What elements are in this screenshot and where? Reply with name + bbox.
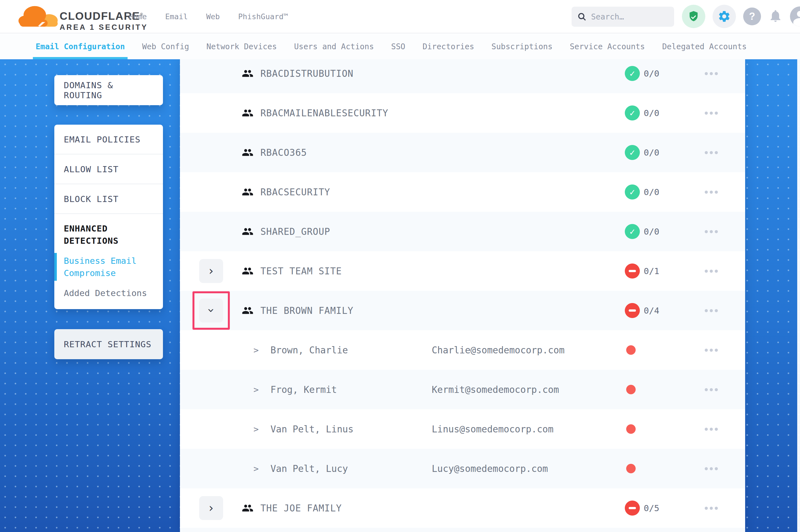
tab-sso[interactable]: SSO bbox=[391, 34, 405, 59]
shield-check-icon[interactable] bbox=[682, 5, 705, 28]
member-chevron-icon[interactable] bbox=[254, 424, 259, 434]
top-nav-item-phishguard[interactable]: PhishGuard™ bbox=[238, 12, 288, 21]
table-row: RBACO365 0/0 bbox=[180, 133, 745, 172]
sidebar-item-label: EMAIL POLICIES bbox=[64, 134, 140, 145]
sidebar-item-block-list[interactable]: BLOCK LIST bbox=[54, 184, 163, 214]
row-menu-button[interactable] bbox=[705, 463, 724, 474]
member-count: 0/0 bbox=[644, 69, 659, 78]
group-name[interactable]: TEST TEAM SITE bbox=[260, 266, 342, 277]
expand-toggle-button[interactable] bbox=[199, 259, 223, 283]
group-name[interactable]: RBACSECURITY bbox=[260, 187, 330, 197]
header-icons: ? bbox=[682, 0, 800, 33]
sidebar-item-label: ALLOW LIST bbox=[64, 164, 119, 174]
expand-toggle-button[interactable] bbox=[199, 496, 223, 520]
group-icon bbox=[241, 186, 254, 198]
scrollbar[interactable] bbox=[797, 59, 800, 532]
tab-users-and-actions[interactable]: Users and Actions bbox=[294, 34, 374, 59]
row-menu-button[interactable] bbox=[705, 502, 724, 514]
expand-toggle-button[interactable] bbox=[199, 299, 223, 322]
row-menu-button[interactable] bbox=[705, 108, 724, 118]
tab-network-devices[interactable]: Network Devices bbox=[206, 34, 277, 59]
tab-web-config[interactable]: Web Config bbox=[142, 34, 189, 59]
top-nav-item-web[interactable]: Web bbox=[206, 12, 220, 21]
member-chevron-icon[interactable] bbox=[254, 463, 259, 474]
member-name[interactable]: Van Pelt, Linus bbox=[271, 424, 353, 435]
row-menu-button[interactable] bbox=[705, 305, 724, 316]
member-status-dot bbox=[626, 385, 636, 394]
status-badge bbox=[625, 224, 640, 239]
member-chevron-icon[interactable] bbox=[254, 345, 259, 355]
group-name[interactable]: RBACDISTRUBUTION bbox=[260, 68, 353, 79]
top-nav-item-home[interactable]: Home bbox=[129, 12, 147, 21]
member-count: 0/1 bbox=[644, 266, 659, 276]
sidebar-item-allow-list[interactable]: ALLOW LIST bbox=[54, 154, 163, 184]
tab-delegated-accounts[interactable]: Delegated Accounts bbox=[662, 34, 746, 59]
chevron-icon bbox=[209, 265, 214, 277]
table-row-member: Van Pelt, Lucy Lucy@somedemocorp.com bbox=[180, 449, 745, 488]
help-icon[interactable]: ? bbox=[743, 7, 761, 25]
member-count: 0/5 bbox=[644, 503, 659, 513]
member-name[interactable]: Brown, Charlie bbox=[271, 345, 348, 356]
brand-name: CLOUDFLARE bbox=[60, 10, 140, 22]
table-row: TEST TEAM SITE 0/1 bbox=[180, 251, 745, 291]
sidebar-item-added-detections[interactable]: Added Detections bbox=[64, 287, 153, 299]
sidebar-item-label: BLOCK LIST bbox=[64, 194, 119, 204]
group-icon bbox=[241, 68, 254, 79]
group-name[interactable]: THE JOE FAMILY bbox=[260, 503, 342, 514]
table-row: SHARED_GROUP 0/0 bbox=[180, 212, 745, 251]
member-email: Lucy@somedemocorp.com bbox=[432, 463, 548, 474]
account-icon[interactable] bbox=[790, 6, 800, 26]
group-name[interactable]: THE BROWN FAMILY bbox=[260, 305, 353, 316]
row-menu-button[interactable] bbox=[705, 226, 724, 237]
groups-panel: RBACDISTRUBUTION 0/0 RBACMAILENABLESECUR… bbox=[180, 59, 745, 532]
tab-directories[interactable]: Directories bbox=[422, 34, 474, 59]
chevron-icon bbox=[205, 308, 217, 313]
group-icon bbox=[241, 305, 254, 316]
member-status-dot bbox=[626, 424, 636, 434]
status-badge bbox=[625, 66, 640, 81]
row-menu-button[interactable] bbox=[705, 423, 724, 435]
table-row: THE JOE FAMILY 0/5 bbox=[180, 488, 745, 528]
config-tabbar: Email ConfigurationWeb ConfigNetwork Dev… bbox=[0, 34, 800, 59]
group-name[interactable]: RBACMAILENABLESECURITY bbox=[260, 108, 388, 118]
bell-icon[interactable] bbox=[768, 8, 783, 24]
status-badge bbox=[625, 145, 640, 160]
member-email: Kermit@somedemocorp.com bbox=[432, 384, 559, 395]
row-menu-button[interactable] bbox=[705, 147, 724, 158]
status-badge bbox=[625, 185, 640, 200]
row-menu-button[interactable] bbox=[705, 186, 724, 197]
member-chevron-icon[interactable] bbox=[254, 384, 259, 395]
table-row: RBACSECURITY 0/0 bbox=[180, 172, 745, 212]
row-menu-button[interactable] bbox=[705, 68, 724, 79]
row-menu-button[interactable] bbox=[705, 344, 724, 356]
sidebar-email-card: EMAIL POLICIES ALLOW LIST BLOCK LIST ENH… bbox=[54, 125, 163, 309]
sidebar-item-domains-routing[interactable]: DOMAINS & ROUTING bbox=[54, 75, 163, 105]
sidebar-item-email-policies[interactable]: EMAIL POLICIES bbox=[54, 125, 163, 154]
sidebar-item-retract-settings[interactable]: RETRACT SETTINGS bbox=[54, 329, 163, 359]
row-menu-button[interactable] bbox=[705, 384, 724, 395]
member-name[interactable]: Frog, Kermit bbox=[271, 384, 337, 395]
top-nav-item-email[interactable]: Email bbox=[165, 12, 188, 21]
sidebar-item-business-email-compromise[interactable]: Business Email Compromise bbox=[64, 254, 153, 279]
group-name[interactable]: RBACO365 bbox=[260, 147, 307, 158]
tab-subscriptions[interactable]: Subscriptions bbox=[491, 34, 552, 59]
enhanced-detections-section: ENHANCED DETECTIONS Business Email Compr… bbox=[54, 214, 163, 299]
top-nav: HomeEmailWebPhishGuard™ bbox=[129, 0, 288, 33]
search-icon bbox=[577, 12, 587, 21]
table-row-member: Van Pelt, Linus Linus@somedemocorp.com bbox=[180, 409, 745, 449]
group-name[interactable]: SHARED_GROUP bbox=[260, 226, 330, 237]
member-name[interactable]: Van Pelt, Lucy bbox=[271, 463, 348, 474]
search-input[interactable] bbox=[591, 12, 669, 21]
member-count: 0/0 bbox=[644, 108, 659, 118]
row-menu-button[interactable] bbox=[705, 265, 724, 277]
status-glyph-icon bbox=[630, 226, 635, 237]
section-title: ENHANCED DETECTIONS bbox=[64, 222, 153, 247]
gear-icon[interactable] bbox=[712, 5, 736, 28]
group-icon bbox=[241, 502, 254, 514]
search-box[interactable] bbox=[571, 7, 674, 27]
tab-service-accounts[interactable]: Service Accounts bbox=[570, 34, 645, 59]
status-glyph-icon bbox=[630, 187, 635, 197]
status-badge bbox=[625, 500, 640, 516]
member-count: 0/0 bbox=[644, 187, 659, 197]
tab-email-configuration[interactable]: Email Configuration bbox=[36, 34, 125, 59]
